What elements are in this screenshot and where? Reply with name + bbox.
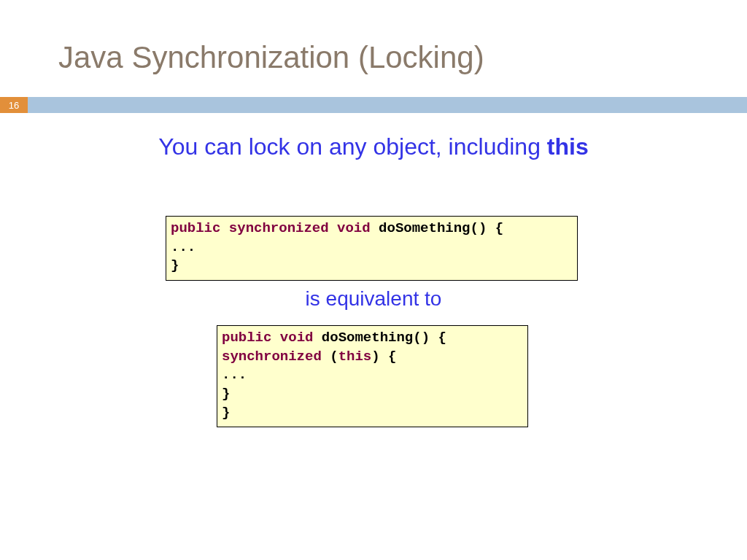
keyword: synchronized <box>229 220 329 236</box>
code-line: } <box>222 385 523 404</box>
code-line: ... <box>222 366 523 385</box>
code-line: synchronized (this) { <box>222 348 523 367</box>
code-line: } <box>222 404 523 423</box>
keyword-this: this <box>338 349 372 365</box>
slide-title: Java Synchronization (Locking) <box>58 40 484 75</box>
keyword: public <box>222 330 271 346</box>
code-line: ... <box>171 238 573 257</box>
code-text: ( <box>322 349 338 365</box>
keyword: void <box>280 330 314 346</box>
code-line: } <box>171 257 573 276</box>
code-line: public synchronized void doSomething() { <box>171 219 573 238</box>
code-text: ) { <box>371 349 396 365</box>
code-text: doSomething() { <box>371 220 503 236</box>
keyword: void <box>337 220 371 236</box>
code-block-1: public synchronized void doSomething() {… <box>166 216 578 281</box>
subtitle-pre: You can lock on any object, including <box>158 133 547 160</box>
subtitle-bold: this <box>547 133 589 160</box>
code-line: public void doSomething() { <box>222 329 523 348</box>
subtitle-text: You can lock on any object, including th… <box>0 133 747 160</box>
keyword: public <box>171 220 220 236</box>
page-number-badge: 16 <box>0 97 28 113</box>
header-bar <box>28 97 747 113</box>
code-block-2: public void doSomething() { synchronized… <box>217 325 528 427</box>
equivalent-text: is equivalent to <box>0 287 747 311</box>
header-strip: 16 <box>0 97 747 113</box>
keyword: synchronized <box>222 349 322 365</box>
code-text: doSomething() { <box>313 330 446 346</box>
